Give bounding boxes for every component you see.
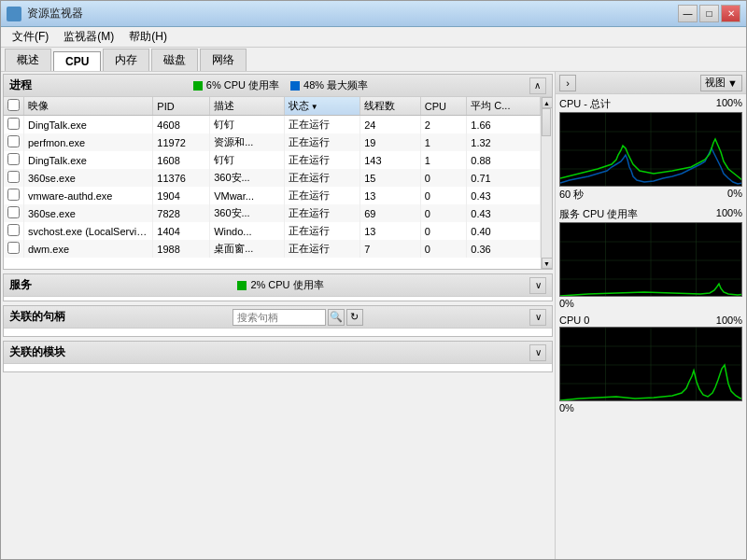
cpu-total-label-row: CPU - 总计 100%	[559, 96, 742, 112]
cpu-dot	[193, 81, 203, 91]
maximize-button[interactable]: □	[699, 5, 719, 22]
row-checkbox[interactable]	[7, 171, 20, 183]
cell-pid: 1904	[153, 187, 210, 204]
table-row[interactable]: 360se.exe 7828 360安... 正在运行 69 0 0.43	[4, 204, 541, 222]
services-cpu-stat-item: 2% CPU 使用率	[237, 278, 323, 292]
table-row[interactable]: DingTalk.exe 1608 钉钉 正在运行 143 1 0.88	[4, 151, 541, 169]
cell-pid: 1404	[153, 222, 210, 240]
cell-status: 正在运行	[284, 222, 359, 240]
scroll-up-btn[interactable]: ▲	[542, 97, 553, 108]
services-collapse-btn[interactable]: ∨	[529, 277, 546, 294]
table-row[interactable]: dwm.exe 1988 桌面窗... 正在运行 7 0 0.36	[4, 240, 541, 258]
service-cpu-graph-section: 服务 CPU 使用率 100% 0%	[556, 204, 746, 312]
tab-disk[interactable]: 磁盘	[151, 49, 198, 71]
window-controls: — □ ✕	[678, 5, 740, 22]
tab-memory[interactable]: 内存	[103, 49, 149, 71]
window-title: 资源监视器	[27, 6, 83, 21]
handles-search-box: 🔍 ↻	[233, 309, 363, 326]
handles-search-btn[interactable]: 🔍	[328, 309, 345, 326]
process-title: 进程	[9, 77, 32, 93]
cell-status: 正在运行	[284, 116, 359, 134]
cell-threads: 15	[360, 169, 421, 187]
cell-status: 正在运行	[284, 240, 359, 258]
cell-image: DingTalk.exe	[24, 151, 153, 169]
left-panel: 进程 6% CPU 使用率 48% 最大频率 ∧	[1, 72, 555, 559]
tab-bar: 概述 CPU 内存 磁盘 网络	[1, 48, 746, 72]
row-checkbox[interactable]	[7, 242, 20, 254]
scroll-down-btn[interactable]: ▼	[542, 258, 553, 269]
view-button[interactable]: 视图 ▼	[700, 75, 742, 91]
cell-threads: 69	[360, 204, 421, 222]
cell-status: 正在运行	[284, 187, 359, 204]
scroll-thumb[interactable]	[542, 108, 551, 136]
view-label: 视图	[705, 76, 726, 90]
tab-overview[interactable]: 概述	[5, 49, 51, 71]
service-cpu-min: 0%	[559, 298, 574, 309]
table-row[interactable]: DingTalk.exe 4608 钉钉 正在运行 24 2 1.66	[4, 116, 541, 134]
table-row[interactable]: 360se.exe 11376 360安... 正在运行 15 0 0.71	[4, 169, 541, 187]
row-checkbox[interactable]	[7, 224, 20, 236]
minimize-button[interactable]: —	[678, 5, 698, 22]
cpu0-svg	[560, 328, 741, 400]
tab-network[interactable]: 网络	[200, 49, 247, 71]
cell-cpu: 0	[420, 240, 467, 258]
cpu-stat-item: 6% CPU 使用率	[193, 78, 279, 92]
col-pid: PID	[153, 97, 210, 116]
modules-collapse-btn[interactable]: ∨	[529, 344, 546, 361]
handles-section: 关联的句柄 🔍 ↻ ∨	[3, 305, 553, 337]
row-checkbox[interactable]	[7, 206, 20, 218]
cell-cpu: 0	[420, 187, 467, 204]
row-checkbox[interactable]	[7, 153, 20, 165]
table-row[interactable]: perfmon.exe 11972 资源和... 正在运行 19 1 1.32	[4, 133, 541, 151]
cell-threads: 13	[360, 222, 421, 240]
cell-desc: 360安...	[210, 169, 285, 187]
cell-cpu: 1	[420, 133, 467, 151]
cell-status: 正在运行	[284, 151, 359, 169]
cell-status: 正在运行	[284, 204, 359, 222]
cell-image: svchost.exe (LocalServiceN...	[24, 222, 153, 240]
cell-desc: 钉钉	[210, 151, 285, 169]
cpu-total-graph-section: CPU - 总计 100%	[556, 94, 746, 204]
handles-refresh-btn[interactable]: ↻	[346, 309, 363, 326]
cell-avg: 0.71	[467, 169, 541, 187]
service-cpu-graph	[559, 222, 742, 297]
select-all-checkbox[interactable]	[7, 99, 20, 111]
cell-cpu: 0	[420, 222, 467, 240]
cpu0-min: 0%	[559, 402, 574, 413]
process-body: 映像 PID 描述 状态▼ 线程数 CPU 平均 C...	[4, 97, 552, 269]
menu-monitor[interactable]: 监视器(M)	[56, 27, 121, 47]
right-nav-btn[interactable]: ›	[559, 75, 576, 91]
cell-desc: 资源和...	[210, 133, 285, 151]
table-row[interactable]: svchost.exe (LocalServiceN... 1404 Windo…	[4, 222, 541, 240]
menu-help[interactable]: 帮助(H)	[121, 27, 175, 47]
row-checkbox[interactable]	[7, 189, 20, 201]
cell-pid: 4608	[153, 116, 210, 134]
cell-cpu: 0	[420, 204, 467, 222]
handles-collapse-btn[interactable]: ∨	[529, 309, 546, 326]
col-desc: 描述	[210, 97, 285, 116]
app-icon	[7, 7, 21, 21]
cell-status: 正在运行	[284, 133, 359, 151]
cpu0-graph	[559, 327, 742, 401]
menu-file[interactable]: 文件(F)	[5, 27, 56, 47]
handles-search-input[interactable]	[233, 309, 326, 326]
col-threads: 线程数	[360, 97, 421, 116]
process-collapse-btn[interactable]: ∧	[529, 77, 546, 94]
services-section: 服务 2% CPU 使用率 ∨	[3, 273, 553, 301]
close-button[interactable]: ✕	[721, 5, 740, 22]
cell-avg: 0.40	[467, 222, 541, 240]
cell-avg: 0.36	[467, 240, 541, 258]
table-row[interactable]: vmware-authd.exe 1904 VMwar... 正在运行 13 0…	[4, 187, 541, 204]
main-content: 进程 6% CPU 使用率 48% 最大频率 ∧	[1, 72, 746, 559]
cell-desc: 360安...	[210, 204, 285, 222]
cell-status: 正在运行	[284, 169, 359, 187]
tab-cpu[interactable]: CPU	[53, 51, 101, 71]
col-status[interactable]: 状态▼	[284, 97, 359, 116]
service-cpu-bottom-row: 0%	[559, 297, 742, 310]
services-cpu-dot	[237, 281, 247, 290]
row-checkbox[interactable]	[7, 118, 20, 130]
cell-avg: 1.32	[467, 133, 541, 151]
row-checkbox[interactable]	[7, 135, 20, 147]
cell-cpu: 0	[420, 169, 467, 187]
cpu0-label-row: CPU 0 100%	[559, 314, 742, 327]
